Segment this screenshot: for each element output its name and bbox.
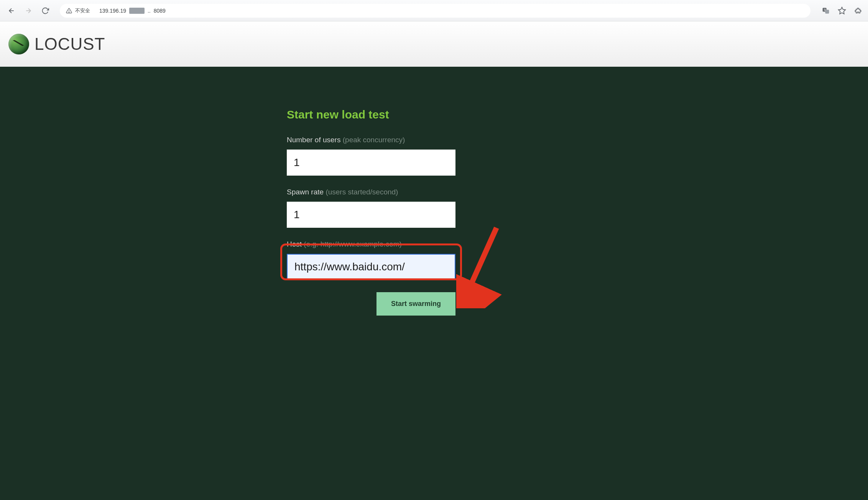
app-header: LOCUST [0,21,868,67]
svg-line-6 [466,228,496,296]
annotation-arrow-icon [456,224,502,308]
main-content: Start new load test Number of users (pea… [0,67,868,500]
load-test-form: Start new load test Number of users (pea… [287,108,455,316]
locust-logo-icon [8,34,29,54]
translate-button[interactable]: 文 [820,5,831,16]
extensions-button[interactable] [853,5,863,16]
users-input[interactable] [287,150,455,176]
reload-icon [41,7,49,15]
arrow-left-icon [8,7,15,15]
puzzle-icon [854,7,862,15]
bookmark-button[interactable] [837,5,847,16]
svg-point-1 [69,12,69,12]
host-input[interactable] [287,254,455,280]
url-prefix: 139.196.19 [99,8,126,14]
arrow-right-icon [25,7,32,15]
reload-button[interactable] [38,4,52,18]
start-swarming-button[interactable]: Start swarming [376,292,455,316]
back-button[interactable] [5,4,18,18]
url-masked: . [129,8,145,14]
svg-text:文: 文 [824,8,826,11]
spawn-label: Spawn rate (users started/second) [287,188,455,196]
insecure-label: 不安全 [75,7,90,14]
browser-toolbar: 不安全 139.196.19 . .. 8089 文 [0,0,868,21]
host-label-text: Host [287,240,302,248]
url-port: 8089 [154,8,166,14]
users-label-text: Number of users [287,136,340,144]
users-hint: (peak concurrency) [343,136,405,144]
star-icon [838,7,846,15]
host-label: Host (e.g. http://www.example.com) [287,240,455,248]
url-mid: .. [148,8,151,14]
product-name: LOCUST [35,35,105,54]
svg-marker-5 [838,7,845,13]
forward-button[interactable] [21,4,35,18]
host-hint: (e.g. http://www.example.com) [304,240,402,248]
users-label: Number of users (peak concurrency) [287,136,455,144]
spawn-input[interactable] [287,202,455,228]
form-title: Start new load test [287,108,455,121]
spawn-hint: (users started/second) [326,188,398,196]
translate-icon: 文 [822,7,830,15]
spawn-label-text: Spawn rate [287,188,324,196]
address-bar[interactable]: 不安全 139.196.19 . .. 8089 [60,4,810,18]
warning-icon [66,8,72,14]
